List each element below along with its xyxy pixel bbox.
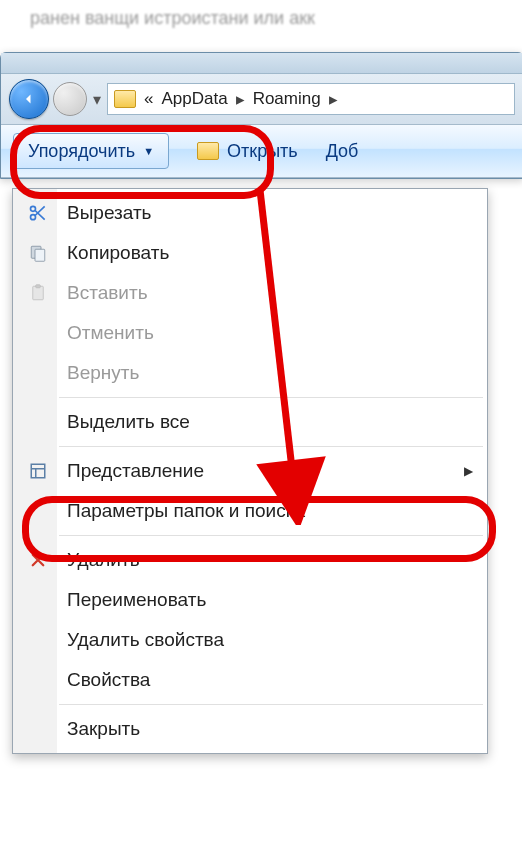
menu-label: Переименовать <box>67 589 206 611</box>
svg-point-0 <box>31 206 36 211</box>
svg-point-1 <box>31 215 36 220</box>
scissors-icon <box>25 200 51 226</box>
breadcrumb-segment[interactable]: AppData <box>161 89 227 109</box>
window-titlebar <box>1 53 522 74</box>
organize-context-menu: Вырезать Копировать Вставить Отменить Ве… <box>12 188 488 754</box>
clipboard-icon <box>25 280 51 306</box>
forward-button[interactable] <box>53 82 87 116</box>
organize-button[interactable]: Упорядочить ▼ <box>13 133 169 169</box>
layout-icon <box>25 458 51 484</box>
address-bar[interactable]: « AppData ▸ Roaming ▸ <box>107 83 515 115</box>
menu-copy[interactable]: Копировать <box>15 233 485 273</box>
chevron-down-icon: ▼ <box>143 145 154 157</box>
menu-label: Копировать <box>67 242 169 264</box>
navigation-bar: ▾ « AppData ▸ Roaming ▸ <box>1 74 522 125</box>
menu-select-all[interactable]: Выделить все <box>15 402 485 442</box>
breadcrumb-prefix: « <box>144 89 153 109</box>
menu-label: Отменить <box>67 322 154 344</box>
menu-redo: Вернуть <box>15 353 485 393</box>
svg-rect-5 <box>36 285 41 288</box>
menu-label: Свойства <box>67 669 150 691</box>
menu-close[interactable]: Закрыть <box>15 709 485 749</box>
chevron-right-icon: ▸ <box>329 89 338 110</box>
menu-label: Выделить все <box>67 411 190 433</box>
menu-properties[interactable]: Свойства <box>15 660 485 700</box>
menu-label: Представление <box>67 460 204 482</box>
menu-divider <box>59 535 483 536</box>
menu-label: Вырезать <box>67 202 152 224</box>
open-label: Открыть <box>227 141 298 162</box>
menu-label: Вставить <box>67 282 148 304</box>
arrow-left-icon <box>20 90 38 108</box>
menu-rename[interactable]: Переименовать <box>15 580 485 620</box>
menu-label: Параметры папок и поиска <box>67 500 305 522</box>
menu-remove-properties[interactable]: Удалить свойства <box>15 620 485 660</box>
menu-paste: Вставить <box>15 273 485 313</box>
recent-dropdown-icon[interactable]: ▾ <box>93 90 101 109</box>
background-blur-text: ранен ванщи истроистани или акк <box>30 8 315 29</box>
menu-divider <box>59 704 483 705</box>
menu-divider <box>59 397 483 398</box>
menu-label: Вернуть <box>67 362 139 384</box>
back-button[interactable] <box>9 79 49 119</box>
svg-rect-6 <box>31 464 45 478</box>
menu-delete[interactable]: Удалить <box>15 540 485 580</box>
menu-label: Удалить <box>67 549 140 571</box>
folder-open-icon <box>197 142 219 160</box>
explorer-window: ▾ « AppData ▸ Roaming ▸ Упорядочить ▼ От… <box>0 52 522 179</box>
menu-layout[interactable]: Представление ▶ <box>15 451 485 491</box>
chevron-right-icon: ▶ <box>464 464 473 478</box>
menu-folder-options[interactable]: Параметры папок и поиска <box>15 491 485 531</box>
menu-cut[interactable]: Вырезать <box>15 193 485 233</box>
breadcrumb-segment[interactable]: Roaming <box>253 89 321 109</box>
chevron-right-icon: ▸ <box>236 89 245 110</box>
menu-label: Удалить свойства <box>67 629 224 651</box>
svg-rect-3 <box>35 249 45 261</box>
command-bar: Упорядочить ▼ Открыть Доб <box>1 125 522 178</box>
add-button-truncated[interactable]: Доб <box>326 141 359 162</box>
menu-label: Закрыть <box>67 718 140 740</box>
folder-icon <box>114 90 136 108</box>
organize-label: Упорядочить <box>28 141 135 162</box>
svg-rect-4 <box>33 286 44 300</box>
menu-undo: Отменить <box>15 313 485 353</box>
copy-icon <box>25 240 51 266</box>
menu-divider <box>59 446 483 447</box>
delete-icon <box>25 547 51 573</box>
open-button[interactable]: Открыть <box>197 141 298 162</box>
